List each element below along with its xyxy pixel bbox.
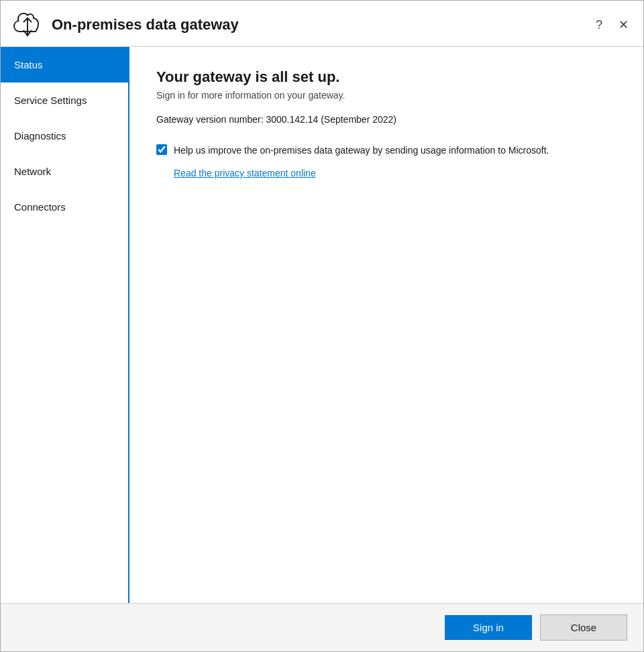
help-button[interactable]: ? xyxy=(592,17,606,32)
sidebar-item-network[interactable]: Network xyxy=(1,154,128,189)
close-button[interactable]: Close xyxy=(540,614,627,641)
close-window-button[interactable]: ✕ xyxy=(614,17,633,32)
gateway-subtitle: Sign in for more information on your gat… xyxy=(156,90,616,101)
usage-checkbox-label[interactable]: Help us improve the on-premises data gat… xyxy=(174,144,549,158)
footer: Sign in Close xyxy=(1,603,643,651)
sign-in-button[interactable]: Sign in xyxy=(445,615,532,640)
title-bar: On-premises data gateway ? ✕ xyxy=(1,1,643,46)
app-window: On-premises data gateway ? ✕ Status Serv… xyxy=(0,0,644,652)
sidebar: Status Service Settings Diagnostics Netw… xyxy=(1,47,129,603)
title-bar-controls: ? ✕ xyxy=(592,17,633,32)
sidebar-item-connectors[interactable]: Connectors xyxy=(1,189,128,225)
sidebar-item-status[interactable]: Status xyxy=(1,47,128,83)
usage-checkbox-container[interactable] xyxy=(156,144,167,158)
content-area: Status Service Settings Diagnostics Netw… xyxy=(1,47,643,603)
cloud-icon xyxy=(11,11,44,38)
app-title: On-premises data gateway xyxy=(52,16,239,34)
sidebar-item-diagnostics[interactable]: Diagnostics xyxy=(1,118,128,154)
gateway-version: Gateway version number: 3000.142.14 (Sep… xyxy=(156,114,616,125)
usage-checkbox[interactable] xyxy=(156,144,167,155)
main-content: Your gateway is all set up. Sign in for … xyxy=(129,47,643,603)
title-bar-left: On-premises data gateway xyxy=(11,11,592,38)
gateway-heading: Your gateway is all set up. xyxy=(156,68,616,86)
sidebar-item-service-settings[interactable]: Service Settings xyxy=(1,83,128,118)
privacy-link[interactable]: Read the privacy statement online xyxy=(174,168,316,178)
usage-info-row: Help us improve the on-premises data gat… xyxy=(156,144,616,158)
